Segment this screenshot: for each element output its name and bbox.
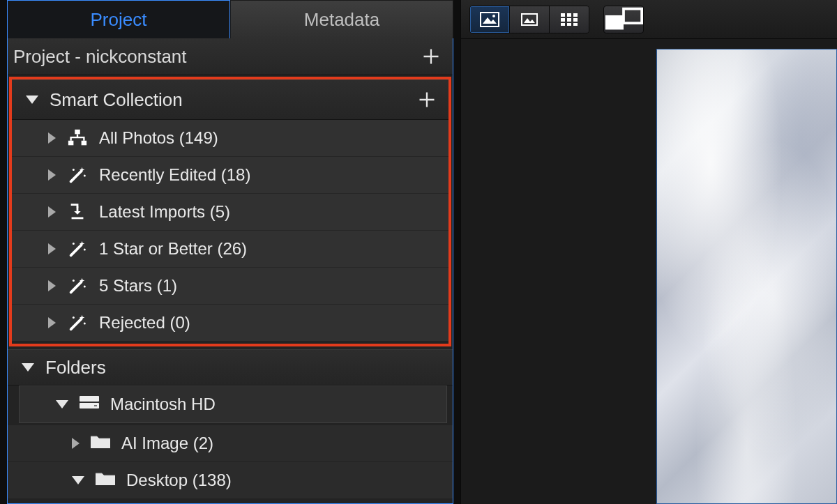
chevron-right-icon[interactable] — [48, 169, 56, 181]
chevron-right-icon[interactable] — [48, 132, 56, 144]
chevron-down-icon[interactable] — [26, 96, 38, 104]
tree-icon — [66, 128, 89, 148]
add-smart-collection-button[interactable] — [415, 88, 439, 112]
sc-item-1star[interactable]: 1 Star or Better (26) — [12, 230, 448, 267]
plus-icon — [417, 90, 437, 109]
viewer-toolbar — [461, 0, 837, 39]
svg-point-3 — [73, 169, 75, 171]
svg-point-16 — [492, 15, 495, 17]
image-preview[interactable] — [656, 49, 837, 504]
svg-rect-29 — [624, 9, 642, 24]
wand-icon — [66, 165, 89, 185]
svg-rect-13 — [94, 405, 97, 406]
svg-rect-2 — [82, 141, 87, 146]
chevron-right-icon[interactable] — [48, 280, 56, 291]
sc-item-label: All Photos (149) — [99, 128, 218, 148]
tab-metadata[interactable]: Metadata — [230, 0, 453, 38]
project-header-row[interactable]: Project - nickconstant — [8, 38, 453, 75]
folders-title: Folders — [45, 357, 106, 379]
panel-body: Project - nickconstant Smart Collection — [7, 38, 453, 504]
view-large-icons-button[interactable] — [470, 6, 510, 33]
svg-point-6 — [84, 248, 86, 250]
smart-collection-header[interactable]: Smart Collection — [12, 79, 448, 120]
chevron-down-icon[interactable] — [22, 363, 34, 372]
sc-item-recently-edited[interactable]: Recently Edited (18) — [12, 156, 448, 193]
svg-rect-25 — [561, 23, 565, 26]
sc-item-rejected[interactable]: Rejected (0) — [12, 304, 448, 341]
project-title: Project - nickconstant — [13, 46, 187, 68]
large-thumb-icon — [480, 12, 499, 27]
sc-item-all-photos[interactable]: All Photos (149) — [12, 120, 448, 156]
svg-rect-22 — [561, 18, 565, 22]
folder-root-drive[interactable]: Macintosh HD — [19, 385, 447, 423]
svg-rect-0 — [75, 130, 80, 135]
tab-project[interactable]: Project — [7, 0, 230, 38]
tab-metadata-label: Metadata — [304, 9, 379, 31]
svg-rect-23 — [567, 18, 571, 22]
view-filmstrip-button[interactable] — [510, 6, 550, 33]
folder-ai-image[interactable]: AI Image (2) — [8, 425, 453, 461]
project-panel: Project Metadata Project - nickconstant … — [7, 0, 453, 504]
wand-icon — [66, 312, 89, 333]
svg-rect-28 — [605, 15, 624, 30]
chevron-down-icon[interactable] — [72, 476, 84, 484]
folders-items: Macintosh HD AI Image (2) Desktop (138) — [8, 385, 453, 498]
svg-point-8 — [84, 285, 86, 287]
smart-collection-title: Smart Collection — [50, 89, 183, 111]
svg-rect-24 — [573, 18, 578, 22]
smart-collection-header-left: Smart Collection — [26, 89, 183, 111]
smart-collection-items: All Photos (149) Recently Edited (18) — [12, 120, 448, 341]
folders-header[interactable]: Folders — [8, 349, 453, 385]
svg-rect-27 — [573, 23, 578, 26]
sc-item-label: 5 Stars (1) — [99, 276, 177, 296]
svg-point-9 — [73, 316, 75, 319]
drive-icon — [78, 393, 100, 415]
chevron-right-icon[interactable] — [48, 243, 56, 254]
svg-rect-21 — [573, 13, 578, 17]
svg-rect-11 — [80, 396, 99, 402]
svg-point-5 — [73, 243, 75, 245]
sc-item-label: Latest Imports (5) — [99, 202, 230, 222]
tab-project-label: Project — [91, 9, 147, 31]
view-grid-button[interactable] — [550, 6, 589, 33]
svg-point-10 — [84, 322, 86, 324]
sc-item-5stars[interactable]: 5 Stars (1) — [12, 267, 448, 304]
grid-icon — [559, 12, 579, 27]
chevron-right-icon[interactable] — [72, 438, 80, 449]
viewer-area — [460, 0, 837, 504]
chevron-right-icon[interactable] — [48, 206, 56, 217]
plus-icon — [421, 47, 441, 66]
svg-rect-14 — [481, 13, 499, 26]
svg-marker-18 — [524, 18, 535, 23]
svg-point-7 — [73, 280, 75, 282]
svg-rect-1 — [68, 141, 74, 146]
import-icon — [66, 201, 89, 222]
svg-rect-19 — [561, 13, 565, 17]
sc-item-label: Rejected (0) — [99, 313, 190, 333]
chevron-right-icon[interactable] — [48, 317, 56, 328]
add-project-button[interactable] — [419, 45, 443, 68]
folder-label: AI Image (2) — [121, 434, 213, 453]
view-mode-group — [469, 6, 589, 33]
filmstrip-icon — [520, 12, 539, 27]
sc-item-latest-imports[interactable]: Latest Imports (5) — [12, 193, 448, 230]
drive-label: Macintosh HD — [110, 395, 216, 414]
panel-tabs: Project Metadata — [7, 0, 453, 38]
view-compare-button[interactable] — [603, 6, 644, 33]
chevron-down-icon[interactable] — [56, 400, 68, 408]
folders-header-left: Folders — [22, 357, 106, 379]
folder-desktop[interactable]: Desktop (138) — [8, 461, 453, 498]
wand-icon — [66, 238, 89, 259]
app-root: Project Metadata Project - nickconstant … — [0, 0, 837, 504]
compare-icon — [604, 5, 643, 33]
svg-rect-17 — [522, 14, 537, 25]
svg-marker-15 — [483, 17, 497, 24]
folder-icon — [94, 469, 116, 491]
smart-collection-highlight: Smart Collection All Photos (149) — [9, 77, 451, 346]
wand-icon — [66, 275, 89, 296]
svg-point-4 — [84, 174, 86, 176]
sc-item-label: 1 Star or Better (26) — [99, 239, 247, 259]
sc-item-label: Recently Edited (18) — [99, 165, 250, 185]
folder-label: Desktop (138) — [126, 471, 232, 490]
folder-icon — [89, 432, 112, 455]
